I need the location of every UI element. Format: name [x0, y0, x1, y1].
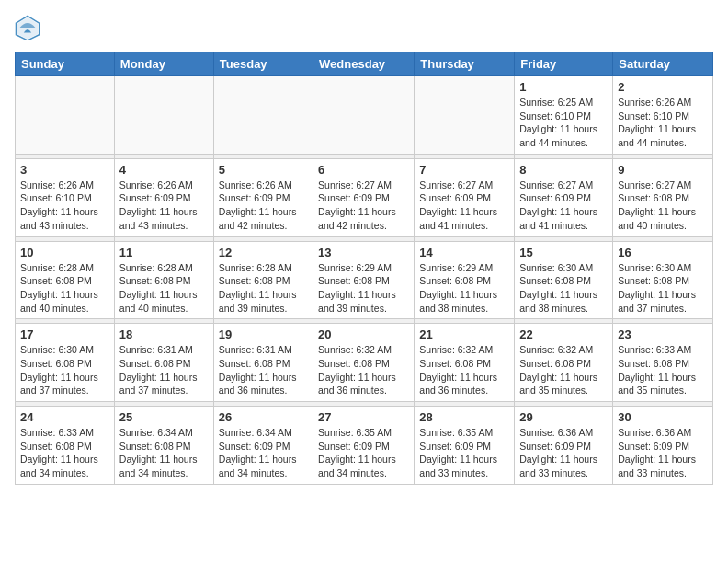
day-info: Sunrise: 6:29 AM Sunset: 6:08 PM Dayligh…	[318, 261, 409, 316]
day-number: 23	[618, 327, 708, 341]
day-info: Sunrise: 6:29 AM Sunset: 6:08 PM Dayligh…	[419, 261, 509, 316]
day-info: Sunrise: 6:34 AM Sunset: 6:09 PM Dayligh…	[219, 426, 308, 480]
day-info: Sunrise: 6:36 AM Sunset: 6:09 PM Dayligh…	[519, 426, 608, 480]
logo	[15, 15, 44, 40]
day-info: Sunrise: 6:26 AM Sunset: 6:10 PM Dayligh…	[618, 96, 708, 150]
day-number: 19	[219, 327, 308, 341]
day-number: 28	[419, 410, 509, 424]
day-info: Sunrise: 6:26 AM Sunset: 6:09 PM Dayligh…	[119, 178, 209, 233]
calendar-week-row: 10Sunrise: 6:28 AM Sunset: 6:08 PM Dayli…	[16, 241, 713, 319]
calendar-cell: 19Sunrise: 6:31 AM Sunset: 6:08 PM Dayli…	[213, 324, 313, 402]
day-number: 20	[318, 327, 409, 341]
day-info: Sunrise: 6:31 AM Sunset: 6:08 PM Dayligh…	[119, 343, 209, 397]
weekday-header-friday: Friday	[515, 52, 613, 76]
day-number: 9	[618, 163, 708, 177]
day-info: Sunrise: 6:32 AM Sunset: 6:08 PM Dayligh…	[318, 343, 409, 397]
calendar-cell: 2Sunrise: 6:26 AM Sunset: 6:10 PM Daylig…	[613, 76, 713, 155]
weekday-header-tuesday: Tuesday	[213, 52, 313, 76]
calendar-cell: 7Sunrise: 6:27 AM Sunset: 6:09 PM Daylig…	[415, 158, 515, 236]
calendar-cell: 17Sunrise: 6:30 AM Sunset: 6:08 PM Dayli…	[16, 324, 115, 402]
day-info: Sunrise: 6:25 AM Sunset: 6:10 PM Dayligh…	[519, 96, 608, 150]
weekday-header-monday: Monday	[114, 52, 213, 76]
day-number: 30	[618, 410, 708, 424]
calendar-week-row: 1Sunrise: 6:25 AM Sunset: 6:10 PM Daylig…	[16, 76, 713, 155]
calendar-cell	[313, 76, 415, 155]
day-info: Sunrise: 6:27 AM Sunset: 6:09 PM Dayligh…	[419, 178, 509, 233]
calendar-cell: 23Sunrise: 6:33 AM Sunset: 6:08 PM Dayli…	[613, 324, 713, 402]
day-number: 6	[318, 163, 409, 177]
day-number: 15	[519, 246, 608, 259]
calendar-cell: 30Sunrise: 6:36 AM Sunset: 6:09 PM Dayli…	[613, 407, 713, 485]
weekday-header-row: SundayMondayTuesdayWednesdayThursdayFrid…	[16, 52, 713, 76]
calendar-cell: 5Sunrise: 6:26 AM Sunset: 6:09 PM Daylig…	[213, 158, 313, 236]
calendar-cell	[415, 76, 515, 155]
day-number: 3	[20, 163, 109, 177]
day-info: Sunrise: 6:35 AM Sunset: 6:09 PM Dayligh…	[318, 426, 409, 480]
calendar-cell	[114, 76, 213, 155]
calendar-cell	[16, 76, 115, 155]
day-number: 27	[318, 410, 409, 424]
calendar-table: SundayMondayTuesdayWednesdayThursdayFrid…	[15, 52, 713, 485]
calendar-cell: 10Sunrise: 6:28 AM Sunset: 6:08 PM Dayli…	[16, 241, 115, 319]
calendar-cell: 24Sunrise: 6:33 AM Sunset: 6:08 PM Dayli…	[16, 407, 115, 485]
day-number: 8	[519, 163, 608, 177]
day-info: Sunrise: 6:33 AM Sunset: 6:08 PM Dayligh…	[618, 343, 708, 397]
calendar-cell: 29Sunrise: 6:36 AM Sunset: 6:09 PM Dayli…	[515, 407, 613, 485]
day-number: 13	[318, 246, 409, 259]
day-info: Sunrise: 6:27 AM Sunset: 6:09 PM Dayligh…	[318, 178, 409, 233]
calendar-cell: 4Sunrise: 6:26 AM Sunset: 6:09 PM Daylig…	[114, 158, 213, 236]
day-number: 25	[119, 410, 209, 424]
day-info: Sunrise: 6:32 AM Sunset: 6:08 PM Dayligh…	[519, 343, 608, 397]
day-info: Sunrise: 6:30 AM Sunset: 6:08 PM Dayligh…	[20, 343, 109, 397]
day-number: 5	[219, 163, 308, 177]
logo-icon	[15, 15, 40, 40]
day-info: Sunrise: 6:27 AM Sunset: 6:09 PM Dayligh…	[519, 178, 608, 233]
calendar-cell: 25Sunrise: 6:34 AM Sunset: 6:08 PM Dayli…	[114, 407, 213, 485]
calendar-cell: 12Sunrise: 6:28 AM Sunset: 6:08 PM Dayli…	[213, 241, 313, 319]
day-number: 2	[618, 80, 708, 94]
calendar-cell: 14Sunrise: 6:29 AM Sunset: 6:08 PM Dayli…	[415, 241, 515, 319]
calendar-cell: 26Sunrise: 6:34 AM Sunset: 6:09 PM Dayli…	[213, 407, 313, 485]
calendar-week-row: 24Sunrise: 6:33 AM Sunset: 6:08 PM Dayli…	[16, 407, 713, 485]
day-number: 4	[119, 163, 209, 177]
day-info: Sunrise: 6:28 AM Sunset: 6:08 PM Dayligh…	[119, 261, 209, 316]
calendar-cell: 3Sunrise: 6:26 AM Sunset: 6:10 PM Daylig…	[16, 158, 115, 236]
day-number: 21	[419, 327, 509, 341]
day-number: 11	[119, 246, 209, 259]
calendar-cell: 9Sunrise: 6:27 AM Sunset: 6:08 PM Daylig…	[613, 158, 713, 236]
day-number: 29	[519, 410, 608, 424]
day-info: Sunrise: 6:34 AM Sunset: 6:08 PM Dayligh…	[119, 426, 209, 480]
day-info: Sunrise: 6:28 AM Sunset: 6:08 PM Dayligh…	[20, 261, 109, 316]
calendar-cell: 18Sunrise: 6:31 AM Sunset: 6:08 PM Dayli…	[114, 324, 213, 402]
weekday-header-sunday: Sunday	[16, 52, 115, 76]
day-number: 7	[419, 163, 509, 177]
calendar-cell: 22Sunrise: 6:32 AM Sunset: 6:08 PM Dayli…	[515, 324, 613, 402]
calendar-week-row: 17Sunrise: 6:30 AM Sunset: 6:08 PM Dayli…	[16, 324, 713, 402]
calendar-cell: 11Sunrise: 6:28 AM Sunset: 6:08 PM Dayli…	[114, 241, 213, 319]
day-number: 24	[20, 410, 109, 424]
page-header	[15, 15, 713, 40]
calendar-week-row: 3Sunrise: 6:26 AM Sunset: 6:10 PM Daylig…	[16, 158, 713, 236]
day-number: 17	[20, 327, 109, 341]
day-info: Sunrise: 6:31 AM Sunset: 6:08 PM Dayligh…	[219, 343, 308, 397]
calendar-cell: 27Sunrise: 6:35 AM Sunset: 6:09 PM Dayli…	[313, 407, 415, 485]
day-info: Sunrise: 6:30 AM Sunset: 6:08 PM Dayligh…	[519, 261, 608, 316]
day-number: 10	[20, 246, 109, 259]
calendar-cell: 21Sunrise: 6:32 AM Sunset: 6:08 PM Dayli…	[415, 324, 515, 402]
day-number: 18	[119, 327, 209, 341]
calendar-cell: 16Sunrise: 6:30 AM Sunset: 6:08 PM Dayli…	[613, 241, 713, 319]
day-number: 1	[519, 80, 608, 94]
calendar-cell: 13Sunrise: 6:29 AM Sunset: 6:08 PM Dayli…	[313, 241, 415, 319]
day-number: 14	[419, 246, 509, 259]
day-number: 26	[219, 410, 308, 424]
day-number: 16	[618, 246, 708, 259]
day-info: Sunrise: 6:30 AM Sunset: 6:08 PM Dayligh…	[618, 261, 708, 316]
day-info: Sunrise: 6:27 AM Sunset: 6:08 PM Dayligh…	[618, 178, 708, 233]
day-number: 22	[519, 327, 608, 341]
calendar-cell: 1Sunrise: 6:25 AM Sunset: 6:10 PM Daylig…	[515, 76, 613, 155]
weekday-header-saturday: Saturday	[613, 52, 713, 76]
day-info: Sunrise: 6:36 AM Sunset: 6:09 PM Dayligh…	[618, 426, 708, 480]
day-number: 12	[219, 246, 308, 259]
calendar-cell: 8Sunrise: 6:27 AM Sunset: 6:09 PM Daylig…	[515, 158, 613, 236]
calendar-cell: 28Sunrise: 6:35 AM Sunset: 6:09 PM Dayli…	[415, 407, 515, 485]
